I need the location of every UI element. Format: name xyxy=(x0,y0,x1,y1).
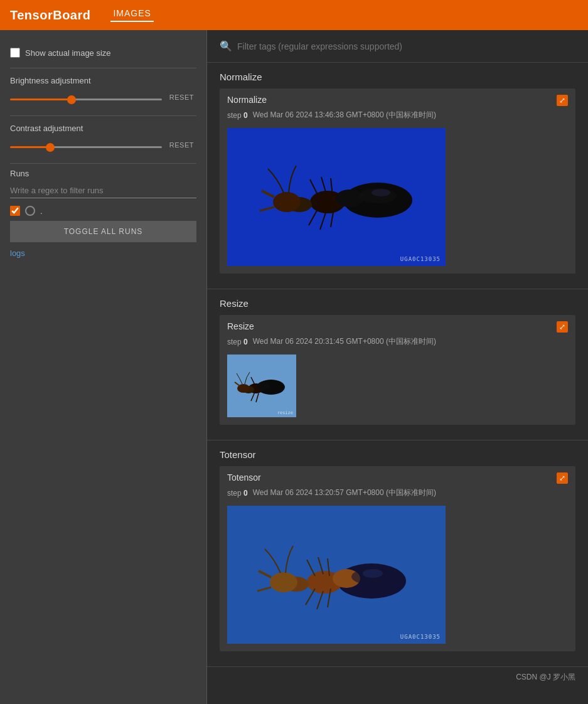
totensor-expand-icon[interactable]: ⤢ xyxy=(557,472,568,484)
totensor-step-label: step 0 xyxy=(227,489,248,498)
totensor-watermark: UGA0C13035 xyxy=(400,634,441,640)
divider-2 xyxy=(10,115,196,116)
resize-ant-svg xyxy=(227,355,296,417)
totensor-card-title: Totensor xyxy=(227,472,261,483)
normalize-step-label: step 0 xyxy=(227,111,248,120)
show-actual-size-label: Show actual image size xyxy=(25,48,111,58)
svg-point-31 xyxy=(270,572,297,592)
resize-timestamp: Wed Mar 06 2024 20:31:45 GMT+0800 (中国标准时… xyxy=(253,336,436,347)
resize-watermark: resize xyxy=(277,410,293,415)
svg-point-41 xyxy=(363,569,383,578)
normalize-card-header: Normalize ⤢ xyxy=(220,88,575,109)
svg-point-3 xyxy=(336,189,363,207)
csdn-footer: CSDN @J 罗小黑 xyxy=(207,667,588,688)
normalize-ant-svg xyxy=(227,128,446,266)
totensor-timestamp: Wed Mar 06 2024 13:20:57 GMT+0800 (中国标准时… xyxy=(253,488,436,498)
resize-section: Resize Resize ⤢ step 0 Wed Mar 06 2024 2… xyxy=(207,289,588,440)
normalize-image-container: UGA0C13035 xyxy=(227,128,446,266)
normalize-section-header: Normalize xyxy=(207,63,588,88)
normalize-card: Normalize ⤢ step 0 Wed Mar 06 2024 13:46… xyxy=(220,88,575,274)
totensor-step-row: step 0 Wed Mar 06 2024 13:20:57 GMT+0800… xyxy=(220,486,575,503)
resize-section-header: Resize xyxy=(207,289,588,315)
contrast-label: Contrast adjustment xyxy=(10,124,196,133)
contrast-reset-button[interactable]: RESET xyxy=(167,140,196,150)
contrast-section: Contrast adjustment RESET xyxy=(10,119,196,161)
resize-step-row: step 0 Wed Mar 06 2024 20:31:45 GMT+0800… xyxy=(220,335,575,352)
show-actual-size-row: Show actual image size xyxy=(10,40,196,65)
totensor-section: Totensor Totensor ⤢ step 0 Wed Mar 06 20… xyxy=(207,440,588,667)
nav-images[interactable]: IMAGES xyxy=(110,8,153,22)
contrast-slider[interactable] xyxy=(10,146,162,148)
app-logo: TensorBoard xyxy=(10,8,90,23)
resize-image-container: resize xyxy=(227,355,296,417)
svg-point-15 xyxy=(372,189,390,196)
resize-card-title: Resize xyxy=(227,321,254,331)
totensor-card-header: Totensor ⤢ xyxy=(220,466,575,486)
main-content: 🔍 Normalize Normalize ⤢ step 0 Wed Mar 0… xyxy=(207,30,588,704)
logs-link[interactable]: logs xyxy=(10,248,196,258)
normalize-expand-icon[interactable]: ⤢ xyxy=(557,95,568,106)
brightness-slider-wrapper xyxy=(10,92,162,103)
totensor-section-header: Totensor xyxy=(207,440,588,466)
svg-point-19 xyxy=(257,381,270,390)
toggle-all-runs-button[interactable]: TOGGLE ALL RUNS xyxy=(10,221,196,242)
run-checkbox[interactable] xyxy=(10,206,20,216)
runs-section: Runs . TOGGLE ALL RUNS logs xyxy=(10,169,196,258)
divider-3 xyxy=(10,163,196,164)
run-circle-icon xyxy=(25,206,35,216)
totensor-card: Totensor ⤢ step 0 Wed Mar 06 2024 13:20:… xyxy=(220,466,575,651)
filter-bar: 🔍 xyxy=(207,30,588,63)
divider-1 xyxy=(10,68,196,68)
normalize-step-row: step 0 Wed Mar 06 2024 13:46:38 GMT+0800… xyxy=(220,109,575,125)
brightness-section: Brightness adjustment RESET xyxy=(10,71,196,113)
runs-filter-input[interactable] xyxy=(10,183,196,198)
search-icon: 🔍 xyxy=(220,40,232,52)
header: TensorBoard IMAGES xyxy=(0,0,588,30)
normalize-timestamp: Wed Mar 06 2024 13:46:38 GMT+0800 (中国标准时… xyxy=(253,110,436,120)
resize-expand-icon[interactable]: ⤢ xyxy=(557,321,568,333)
runs-row: . xyxy=(10,206,196,216)
totensor-image-container: UGA0C13035 xyxy=(227,506,446,644)
show-actual-size-checkbox[interactable] xyxy=(10,48,20,58)
totensor-ant-svg xyxy=(227,506,446,644)
svg-point-5 xyxy=(273,192,301,212)
run-dot-label: . xyxy=(40,206,43,216)
brightness-reset-button[interactable]: RESET xyxy=(167,92,196,102)
contrast-slider-wrapper xyxy=(10,139,162,151)
sidebar: Show actual image size Brightness adjust… xyxy=(0,30,207,704)
normalize-card-title: Normalize xyxy=(227,95,267,105)
normalize-watermark: UGA0C13035 xyxy=(400,256,441,262)
resize-card-header: Resize ⤢ xyxy=(220,315,575,335)
filter-tags-input[interactable] xyxy=(237,41,575,51)
resize-step-label: step 0 xyxy=(227,338,248,346)
runs-label: Runs xyxy=(10,169,196,178)
brightness-slider[interactable] xyxy=(10,99,162,100)
resize-card: Resize ⤢ step 0 Wed Mar 06 2024 20:31:45… xyxy=(220,315,575,425)
brightness-label: Brightness adjustment xyxy=(10,76,196,85)
normalize-section: Normalize Normalize ⤢ step 0 Wed Mar 06 … xyxy=(207,63,588,289)
